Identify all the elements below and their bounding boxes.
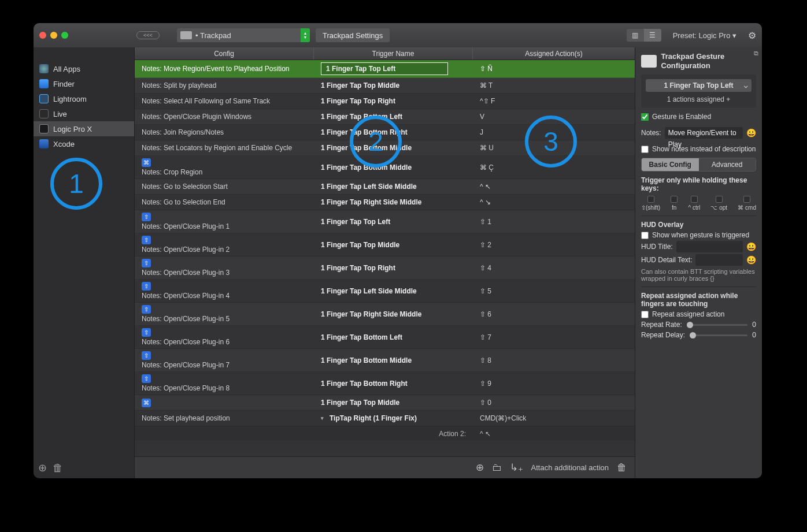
sidebar-item-all-apps[interactable]: All Apps: [34, 61, 134, 76]
hud-show-checkbox[interactable]: Show when gesture is triggered: [641, 231, 756, 239]
emoji-picker-icon[interactable]: 😀: [746, 255, 756, 265]
modifier-key-toggle[interactable]: fn: [671, 196, 678, 211]
table-row[interactable]: ⇧Notes: Open/Close Plug-in 31 Finger Tap…: [135, 256, 635, 280]
config-note: Notes: Set playhead position: [142, 414, 307, 422]
table-row[interactable]: ⇧Notes: Open/Close Plug-in 81 Finger Tap…: [135, 372, 635, 395]
modifier-key-toggle[interactable]: ⌥ opt: [710, 196, 727, 211]
config-tabs[interactable]: Basic Config Advanced: [641, 158, 756, 172]
gear-icon[interactable]: ⚙: [748, 30, 756, 41]
actions-assigned-label[interactable]: 1 actions assigned +: [646, 95, 752, 103]
disclosure-triangle-icon[interactable]: ▾: [321, 415, 324, 421]
app-icon: [39, 139, 49, 148]
delete-trigger-button[interactable]: 🗑: [617, 462, 627, 474]
sidebar-item-label: Live: [53, 110, 67, 118]
config-note: Notes: Open/Close Plug-in 1: [142, 222, 307, 230]
assigned-action: ⇧ 6: [473, 308, 635, 321]
assigned-action: ^ ↖: [473, 180, 635, 193]
table-row[interactable]: ⇧Notes: Open/Close Plug-in 21 Finger Tap…: [135, 233, 635, 256]
app-sidebar: All AppsFinderLightroomLiveLogic Pro XXc…: [34, 47, 135, 478]
header-config[interactable]: Config: [135, 47, 314, 59]
back-button[interactable]: <<<: [136, 31, 160, 39]
table-row[interactable]: ⌘Notes: Crop Region1 Finger Tap Bottom M…: [135, 156, 635, 179]
sidebar-item-finder[interactable]: Finder: [34, 76, 134, 91]
sidebar-item-live[interactable]: Live: [34, 106, 134, 121]
assigned-action: ⇧ 5: [473, 285, 635, 297]
table-row[interactable]: Notes: Split by playhead1 Finger Tap Top…: [135, 78, 635, 94]
tab-advanced[interactable]: Advanced: [699, 158, 756, 171]
trigger-name: 1 Finger Tap Top Middle: [321, 399, 399, 407]
attach-action-label[interactable]: Attach additional action: [531, 463, 609, 472]
emoji-picker-icon[interactable]: 😀: [746, 242, 756, 251]
device-dropdown[interactable]: • Trackpad ▲▼: [177, 28, 310, 42]
delete-app-button[interactable]: 🗑: [53, 462, 63, 474]
trackpad-settings-button[interactable]: Trackpad Settings: [316, 28, 390, 42]
bottom-toolbar: ⊕ 🗀 ↳₊ Attach additional action 🗑: [135, 456, 635, 478]
repeat-action-checkbox[interactable]: Repeat assigned action: [641, 310, 756, 318]
config-note: Notes: Select All Following of Same Trac…: [142, 97, 307, 105]
gesture-enabled-checkbox[interactable]: Gesture is Enabled: [641, 113, 756, 121]
modifier-key-toggle[interactable]: ⌘ cmd: [738, 196, 756, 211]
hud-detail-field[interactable]: [695, 254, 743, 266]
table-rows: Notes: Move Region/Event to Playhead Pos…: [135, 60, 635, 456]
table-row[interactable]: Notes: Set Locators by Region and Enable…: [135, 140, 635, 156]
table-row[interactable]: ⇧Notes: Open/Close Plug-in 51 Finger Tap…: [135, 303, 635, 326]
list-view-icon[interactable]: ☰: [644, 29, 661, 42]
notes-label: Notes:: [641, 129, 661, 137]
modifier-badge: ⌘: [142, 158, 151, 167]
show-notes-checkbox[interactable]: Show notes instead of description: [641, 145, 756, 153]
emoji-picker-icon[interactable]: 😀: [746, 128, 756, 137]
header-trigger[interactable]: Trigger Name: [314, 47, 473, 59]
repeat-rate-slider[interactable]: [687, 324, 748, 326]
assigned-action: ^ ↘: [473, 196, 635, 209]
action-subrow[interactable]: Action 2:^ ↖: [135, 426, 635, 441]
trackpad-icon: [180, 31, 192, 39]
table-row[interactable]: ⌘1 Finger Tap Top Middle⇧ 0: [135, 395, 635, 411]
table-row[interactable]: Notes: Move Region/Event to Playhead Pos…: [135, 60, 635, 78]
trigger-name: TipTap Right (1 Finger Fix): [330, 414, 417, 422]
popout-icon[interactable]: ⧉: [754, 50, 758, 57]
table-row[interactable]: Notes: Open/Close Plugin Windows1 Finger…: [135, 109, 635, 125]
config-note: Notes: Move Region/Event to Playhead Pos…: [142, 65, 307, 73]
table-row[interactable]: ⇧Notes: Open/Close Plug-in 71 Finger Tap…: [135, 349, 635, 372]
view-mode-segment[interactable]: ▥ ☰: [627, 29, 661, 42]
attach-action-icon[interactable]: ↳₊: [510, 462, 523, 474]
sidebar-item-logic-pro-x[interactable]: Logic Pro X: [34, 121, 134, 136]
columns-view-icon[interactable]: ▥: [627, 29, 644, 42]
traffic-lights[interactable]: [39, 32, 68, 39]
add-trigger-button[interactable]: ⊕: [476, 462, 484, 474]
app-icon: [39, 64, 49, 73]
table-row[interactable]: Notes: Set playhead position▾TipTap Righ…: [135, 411, 635, 426]
repeat-delay-slider[interactable]: [690, 334, 747, 336]
modifier-key-toggle[interactable]: ^ ctrl: [688, 196, 700, 211]
app-icon: [39, 124, 49, 133]
table-header: Config Trigger Name Assigned Action(s): [135, 47, 635, 60]
table-row[interactable]: Notes: Go to Selection End1 Finger Tap R…: [135, 195, 635, 210]
config-note: Notes: Crop Region: [142, 168, 307, 176]
table-row[interactable]: ⇧Notes: Open/Close Plug-in 11 Finger Tap…: [135, 210, 635, 233]
trigger-name: 1 Finger Tap Bottom Right: [321, 380, 408, 388]
trigger-name-edit[interactable]: 1 Finger Tap Top Left: [321, 62, 448, 75]
repeat-section-title: Repeat assigned action while fingers are…: [641, 292, 756, 308]
table-row[interactable]: Notes: Select All Following of Same Trac…: [135, 94, 635, 109]
modifier-key-toggle[interactable]: ⇧(shift): [641, 196, 660, 211]
hud-title-field[interactable]: [676, 241, 743, 252]
add-app-button[interactable]: ⊕: [38, 462, 47, 474]
modifier-badge: ⇧: [142, 305, 151, 314]
table-row[interactable]: ⇧Notes: Open/Close Plug-in 41 Finger Tap…: [135, 280, 635, 303]
sidebar-item-xcode[interactable]: Xcode: [34, 136, 134, 151]
trigger-name: 1 Finger Tap Bottom Middle: [321, 144, 412, 152]
trigger-name: 1 Finger Tap Right Side Middle: [321, 198, 421, 206]
header-action[interactable]: Assigned Action(s): [473, 47, 635, 59]
table-row[interactable]: Notes: Go to Selection Start1 Finger Tap…: [135, 179, 635, 195]
trigger-name: 1 Finger Tap Bottom Left: [321, 113, 402, 121]
sidebar-item-label: Xcode: [53, 140, 75, 148]
folder-add-icon[interactable]: 🗀: [492, 462, 502, 474]
sidebar-item-lightroom[interactable]: Lightroom: [34, 91, 134, 106]
table-row[interactable]: Notes: Join Regions/Notes1 Finger Tap Bo…: [135, 125, 635, 140]
notes-field[interactable]: Move Region/Event to Play: [665, 127, 743, 139]
table-row[interactable]: ⇧Notes: Open/Close Plug-in 61 Finger Tap…: [135, 326, 635, 349]
gesture-dropdown[interactable]: 1 Finger Tap Top Left: [646, 79, 752, 92]
modifier-badge: ⇧: [142, 374, 151, 383]
preset-dropdown[interactable]: Preset: Logic Pro ▾: [673, 31, 736, 40]
tab-basic-config[interactable]: Basic Config: [642, 158, 699, 171]
